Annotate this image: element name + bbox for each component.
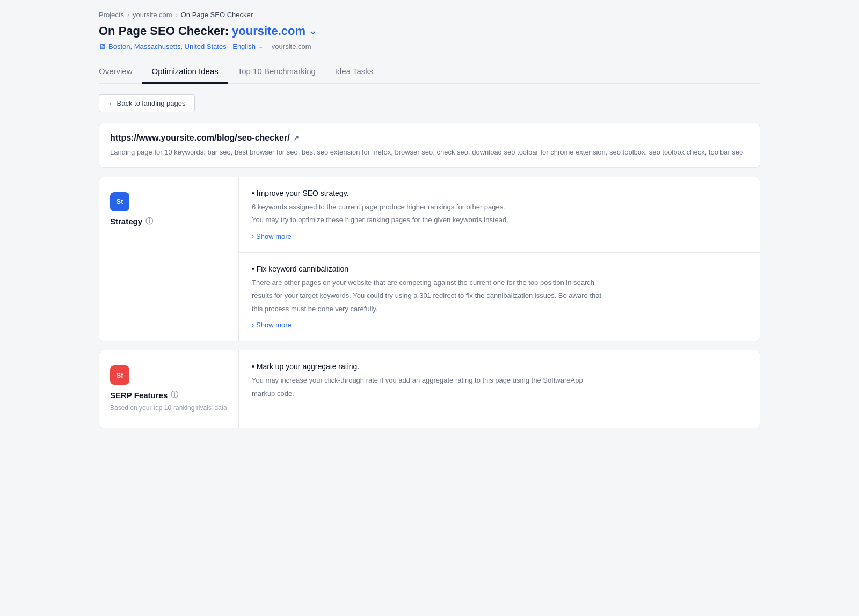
idea-cannibalization-desc: There are other pages on your website th… xyxy=(252,277,747,315)
url-text[interactable]: https://www.yoursite.com/blog/seo-checke… xyxy=(110,133,290,143)
location-chevron-icon: ⌄ xyxy=(258,43,263,50)
site-dropdown-icon[interactable]: ⌄ xyxy=(309,25,317,37)
page-title: On Page SEO Checker: yoursite.com ⌄ xyxy=(99,24,760,38)
breadcrumb-sep-2: › xyxy=(176,11,178,19)
page-title-site-link[interactable]: yoursite.com xyxy=(232,24,305,38)
url-link: https://www.yoursite.com/blog/seo-checke… xyxy=(110,133,749,143)
idea-cann-line-1: There are other pages on your website th… xyxy=(252,277,747,289)
location-selector[interactable]: 🖥 Boston, Massachusetts, United States -… xyxy=(99,42,263,50)
serp-features-section-card: Sf SERP Features ⓘ Based on your top 10-… xyxy=(99,350,760,428)
serp-title-label: SERP Features xyxy=(110,391,168,400)
back-to-landing-pages-button[interactable]: ← Back to landing pages xyxy=(99,94,195,112)
strategy-section-card: St Strategy ⓘ • Improve your SEO strateg… xyxy=(99,177,760,342)
strategy-title: Strategy ⓘ xyxy=(110,217,228,226)
show-more-cannibalization-label: Show more xyxy=(256,321,292,329)
breadcrumb-sep-1: › xyxy=(127,11,129,19)
breadcrumb-projects[interactable]: Projects xyxy=(99,11,124,19)
serp-badge: Sf xyxy=(110,365,129,385)
idea-aggregate-desc: You may increase your click-through rate… xyxy=(252,375,747,400)
tabs-bar: Overview Optimization Ideas Top 10 Bench… xyxy=(99,61,760,84)
location-text: Boston, Massachusetts, United States - E… xyxy=(108,42,256,50)
serp-subtitle: Based on your top 10-ranking rivals' dat… xyxy=(110,403,228,413)
page-wrapper: Projects › yoursite.com › On Page SEO Ch… xyxy=(86,0,773,616)
show-more-cannibalization-button[interactable]: › Show more xyxy=(252,321,292,329)
tab-idea-tasks[interactable]: Idea Tasks xyxy=(325,61,383,84)
tab-optimization-ideas[interactable]: Optimization Ideas xyxy=(142,61,228,84)
idea-aggregate-rating: • Mark up your aggregate rating. You may… xyxy=(239,350,760,417)
idea-improve-seo-strategy: • Improve your SEO strategy. 6 keywords … xyxy=(239,177,760,253)
serp-content: • Mark up your aggregate rating. You may… xyxy=(239,350,760,428)
idea-improve-seo-title: • Improve your SEO strategy. xyxy=(252,189,747,197)
idea-keyword-cannibalization: • Fix keyword cannibalization There are … xyxy=(239,253,760,341)
idea-cann-line-2: results for your target keywords. You co… xyxy=(252,290,747,302)
idea-desc-line-1: 6 keywords assigned to the current page … xyxy=(252,202,747,213)
monitor-icon: 🖥 xyxy=(99,42,106,50)
idea-cann-line-3: this process must be done very carefully… xyxy=(252,304,747,315)
serp-sidebar: Sf SERP Features ⓘ Based on your top 10-… xyxy=(99,350,239,428)
page-title-prefix: On Page SEO Checker: xyxy=(99,24,229,38)
tab-overview[interactable]: Overview xyxy=(99,61,142,84)
show-more-cann-chevron-icon: › xyxy=(252,321,254,329)
url-card: https://www.yoursite.com/blog/seo-checke… xyxy=(99,123,760,168)
idea-agg-line-2: markup code. xyxy=(252,388,747,400)
external-link-icon: ↗ xyxy=(293,134,299,142)
strategy-sidebar: St Strategy ⓘ xyxy=(99,177,239,341)
strategy-content: • Improve your SEO strategy. 6 keywords … xyxy=(239,177,760,341)
tab-top10-benchmarking[interactable]: Top 10 Benchmarking xyxy=(228,61,325,84)
breadcrumb-site[interactable]: yoursite.com xyxy=(133,11,172,19)
strategy-badge: St xyxy=(110,192,129,211)
strategy-info-icon[interactable]: ⓘ xyxy=(145,217,153,226)
breadcrumb-current: On Page SEO Checker xyxy=(181,11,253,19)
strategy-title-label: Strategy xyxy=(110,217,142,226)
breadcrumb: Projects › yoursite.com › On Page SEO Ch… xyxy=(99,11,760,19)
idea-aggregate-title: • Mark up your aggregate rating. xyxy=(252,362,747,371)
url-keywords: Landing page for 10 keywords: bar seo, b… xyxy=(110,147,749,158)
idea-desc-line-2: You may try to optimize these higher ran… xyxy=(252,215,747,226)
show-more-improve-seo-button[interactable]: › Show more xyxy=(252,232,292,240)
location-bar: 🖥 Boston, Massachusetts, United States -… xyxy=(99,42,760,50)
idea-cannibalization-title: • Fix keyword cannibalization xyxy=(252,265,747,273)
serp-title: SERP Features ⓘ xyxy=(110,390,228,400)
show-more-chevron-icon: › xyxy=(252,232,254,240)
idea-agg-line-1: You may increase your click-through rate… xyxy=(252,375,747,386)
location-domain: yoursite.com xyxy=(272,42,311,50)
serp-info-icon[interactable]: ⓘ xyxy=(171,390,178,400)
idea-improve-seo-desc: 6 keywords assigned to the current page … xyxy=(252,202,747,226)
show-more-improve-seo-label: Show more xyxy=(256,232,292,240)
